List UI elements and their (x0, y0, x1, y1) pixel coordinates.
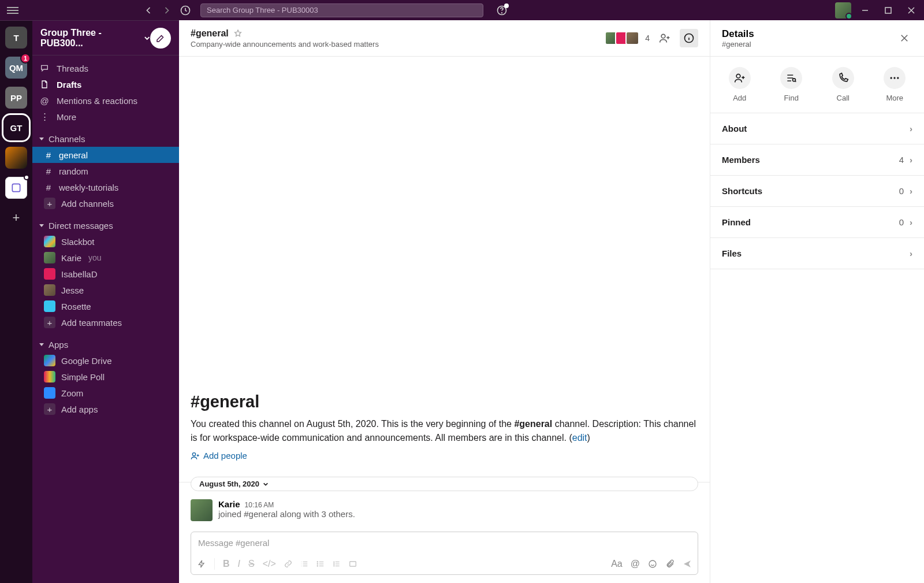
window-maximize-icon[interactable] (885, 7, 892, 14)
composer-toolbar: B I S </> Aa @ (191, 554, 698, 574)
code-icon[interactable]: </> (263, 559, 276, 569)
hash-icon: # (44, 166, 53, 176)
sidebar-nav-threads[interactable]: Threads (32, 60, 179, 76)
channel-title[interactable]: #general (191, 28, 608, 39)
add-person-icon (734, 72, 746, 84)
sidebar-section-apps[interactable]: Apps (32, 336, 179, 352)
sidebar-app-item[interactable]: Zoom (32, 385, 179, 401)
details-action-find[interactable]: Find (780, 67, 802, 102)
bold-icon[interactable]: B (223, 559, 230, 569)
workspace-switcher-item[interactable] (5, 177, 27, 199)
compose-button[interactable] (150, 28, 171, 49)
history-icon[interactable] (180, 5, 191, 16)
global-search-input[interactable]: Search Group Three - PUB30003 (200, 3, 483, 17)
channel-topic[interactable]: Company-wide announcements and work-base… (191, 40, 608, 49)
strike-icon[interactable]: S (248, 559, 255, 569)
composer-input[interactable]: Message #general (191, 532, 698, 554)
date-chip[interactable]: August 5th, 2020 (191, 477, 698, 491)
emoji-icon[interactable] (648, 559, 657, 569)
details-row-shortcuts[interactable]: Shortcuts0› (710, 176, 924, 207)
codeblock-icon[interactable] (349, 560, 357, 568)
message-text: joined #general along with 3 others. (218, 509, 355, 519)
star-icon[interactable] (233, 29, 243, 38)
sidebar: Group Three - PUB300... Threads Drafts @… (32, 20, 179, 583)
sidebar-dm-item[interactable]: Karieyou (32, 250, 179, 266)
shortcuts-icon[interactable] (197, 559, 206, 569)
close-icon[interactable] (896, 30, 912, 46)
quote-icon[interactable] (333, 560, 341, 568)
mention-icon[interactable]: @ (631, 559, 640, 569)
user-avatar[interactable] (835, 2, 851, 18)
dm-avatar (44, 300, 55, 312)
sidebar-dm-item[interactable]: Jesse (32, 282, 179, 298)
mentions-icon: @ (39, 96, 50, 106)
details-row-files[interactable]: Files› (710, 238, 924, 269)
workspace-switcher-item[interactable]: T (5, 27, 27, 49)
drafts-icon (39, 80, 50, 89)
details-action-add[interactable]: Add (729, 67, 751, 102)
channel-members-summary[interactable]: 4 (608, 31, 650, 45)
details-action-more[interactable]: More (884, 67, 906, 102)
workspace-rail: T QM1 PP GT + (0, 20, 32, 583)
details-action-call[interactable]: Call (832, 67, 854, 102)
sidebar-app-item[interactable]: Google Drive (32, 352, 179, 369)
italic-icon[interactable]: I (238, 559, 240, 569)
ordered-list-icon[interactable] (300, 560, 308, 568)
sidebar-channel-item[interactable]: #weekly-tutorials (32, 179, 179, 195)
attach-icon[interactable] (665, 559, 675, 569)
caret-down-icon (39, 224, 44, 227)
date-divider: August 5th, 2020 (191, 467, 698, 496)
help-icon[interactable] (496, 5, 508, 16)
workspace-name: Group Three - PUB300... (40, 28, 141, 49)
nav-back-icon[interactable] (143, 5, 154, 16)
info-icon[interactable] (680, 29, 698, 47)
message-author[interactable]: Karie (218, 499, 240, 509)
details-row-pinned[interactable]: Pinned0› (710, 207, 924, 238)
message-composer[interactable]: Message #general B I S </> Aa @ (191, 532, 698, 575)
channel-view: #general Company-wide announcements and … (179, 20, 710, 583)
search-placeholder-text: Search Group Three - PUB30003 (207, 6, 318, 14)
sidebar-add-channels[interactable]: +Add channels (32, 195, 179, 211)
app-icon (44, 387, 55, 399)
message-item[interactable]: Karie10:16 AM joined #general along with… (191, 496, 698, 529)
sidebar-add-apps[interactable]: +Add apps (32, 401, 179, 417)
workspace-switcher-item[interactable] (5, 147, 27, 169)
chevron-down-icon (144, 35, 150, 42)
sidebar-app-item[interactable]: Simple Poll (32, 369, 179, 385)
details-row-members[interactable]: Members4› (710, 144, 924, 176)
sidebar-channel-item[interactable]: #random (32, 163, 179, 179)
hash-icon: # (44, 183, 53, 192)
add-people-icon (191, 451, 200, 461)
add-people-icon[interactable] (655, 29, 674, 47)
svg-rect-11 (350, 562, 356, 566)
workspace-switcher-item[interactable]: PP (5, 87, 27, 109)
sidebar-section-channels[interactable]: Channels (32, 131, 179, 147)
send-icon[interactable] (683, 559, 692, 569)
sidebar-add-teammates[interactable]: +Add teammates (32, 314, 179, 331)
channel-intro-text: You created this channel on August 5th, … (191, 417, 698, 445)
nav-forward-icon[interactable] (161, 5, 173, 16)
bullet-list-icon[interactable] (316, 560, 325, 568)
hamburger-icon[interactable] (7, 7, 18, 14)
add-people-link[interactable]: Add people (191, 451, 698, 461)
window-close-icon[interactable] (908, 7, 915, 14)
sidebar-nav-mentions[interactable]: @Mentions & reactions (32, 92, 179, 109)
chevron-right-icon: › (910, 186, 912, 196)
window-minimize-icon[interactable] (862, 7, 869, 14)
sidebar-workspace-header[interactable]: Group Three - PUB300... (32, 21, 179, 55)
workspace-switcher-item[interactable]: QM1 (5, 57, 27, 79)
edit-description-link[interactable]: edit (572, 433, 587, 443)
sidebar-nav-more[interactable]: ⋮More (32, 109, 179, 125)
sidebar-channel-item[interactable]: #general (32, 147, 179, 163)
add-workspace-button[interactable]: + (5, 207, 27, 229)
sidebar-dm-item[interactable]: Slackbot (32, 233, 179, 250)
svg-rect-4 (12, 184, 20, 191)
sidebar-dm-item[interactable]: Rosette (32, 298, 179, 314)
workspace-switcher-item[interactable]: GT (5, 117, 27, 139)
sidebar-section-dms[interactable]: Direct messages (32, 217, 179, 233)
sidebar-dm-item[interactable]: IsabellaD (32, 266, 179, 282)
format-toggle-icon[interactable]: Aa (611, 559, 623, 569)
details-row-about[interactable]: About› (710, 113, 924, 144)
link-icon[interactable] (284, 560, 292, 568)
sidebar-nav-drafts[interactable]: Drafts (32, 76, 179, 92)
